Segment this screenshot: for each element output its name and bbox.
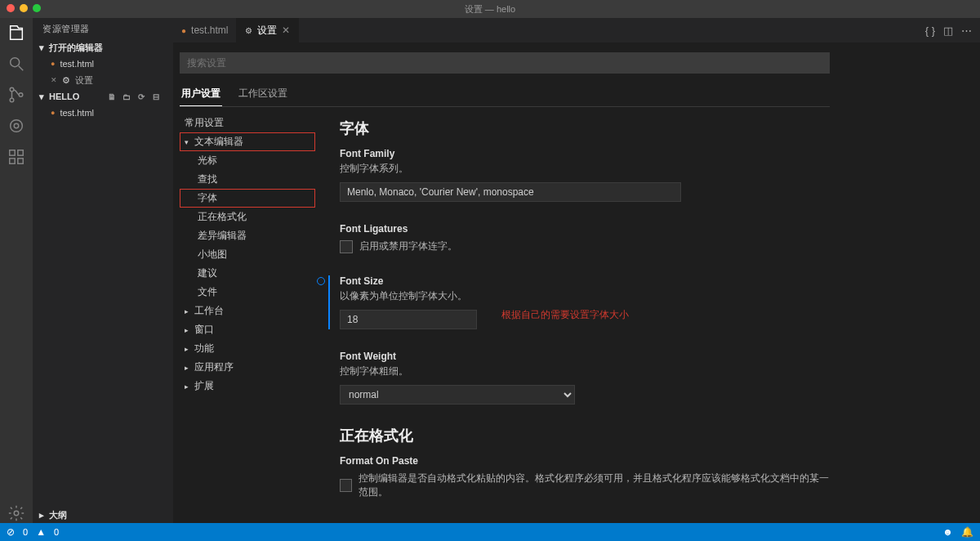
svg-point-5: [11, 120, 23, 132]
open-editor-item[interactable]: ✕⚙设置: [33, 72, 173, 88]
gear-icon: ⚙: [245, 26, 252, 35]
split-editor-icon[interactable]: ◫: [943, 25, 953, 37]
svg-rect-8: [18, 150, 23, 155]
status-feedback-icon[interactable]: ☻: [942, 526, 953, 538]
editor-tabs: ●test.html ⚙设置✕ { } ◫ ⋯: [173, 18, 980, 42]
window-title: 设置 — hello: [465, 3, 515, 16]
more-actions-icon[interactable]: ⋯: [961, 25, 972, 37]
traffic-lights: [7, 4, 41, 12]
setting-font-weight: Font Weight 控制字体粗细。 normal: [340, 351, 830, 405]
svg-rect-10: [18, 159, 23, 163]
scope-tab-user[interactable]: 用户设置: [180, 83, 222, 106]
font-size-input[interactable]: [340, 310, 477, 329]
debug-icon[interactable]: [7, 116, 26, 136]
search-icon[interactable]: [7, 54, 26, 74]
toc-item[interactable]: ▸功能: [180, 339, 315, 358]
close-icon: ✕: [51, 76, 57, 84]
toc-item[interactable]: 文件: [180, 283, 315, 302]
font-weight-select[interactable]: normal: [340, 385, 575, 405]
source-control-icon[interactable]: [7, 85, 26, 105]
setting-description: 启用或禁用字体连字。: [359, 239, 457, 253]
svg-rect-9: [10, 159, 15, 163]
traffic-close-icon[interactable]: [7, 4, 15, 12]
close-icon[interactable]: ✕: [282, 25, 290, 36]
refresh-icon[interactable]: ⟳: [136, 92, 147, 101]
setting-format-on-save: Format On Save: [340, 521, 830, 524]
status-errors-icon[interactable]: ⊘: [7, 526, 15, 538]
extensions-icon[interactable]: [7, 147, 26, 167]
setting-format-on-paste: Format On Paste 控制编辑器是否自动格式化粘贴的内容。格式化程序必…: [340, 455, 830, 500]
open-json-icon[interactable]: { }: [925, 25, 935, 37]
chevron-down-icon: ▾: [39, 92, 46, 102]
toc-item[interactable]: ▸扩展: [180, 377, 315, 396]
outline-section[interactable]: ▸大纲: [33, 507, 173, 523]
workspace-section[interactable]: ▾HELLO 🗎 🗀 ⟳ ⊟: [33, 88, 173, 105]
chevron-down-icon: ▾: [39, 42, 46, 53]
new-folder-icon[interactable]: 🗀: [121, 92, 132, 101]
traffic-minimize-icon[interactable]: [20, 4, 28, 12]
toc-item[interactable]: 光标: [180, 151, 315, 170]
tab-settings[interactable]: ⚙设置✕: [237, 18, 299, 42]
setting-description: 控制编辑器是否自动格式化粘贴的内容。格式化程序必须可用，并且格式化程序应该能够格…: [359, 472, 830, 500]
gear-icon: ⚙: [62, 75, 70, 86]
setting-description: 控制字体系列。: [340, 162, 830, 176]
font-family-input[interactable]: [340, 182, 681, 202]
chevron-right-icon: ▸: [39, 510, 46, 521]
toc-item[interactable]: 常用设置: [180, 114, 315, 132]
toc-item[interactable]: 查找: [180, 170, 315, 189]
file-item[interactable]: ●test.html: [33, 105, 173, 121]
explorer-sidebar: 资源管理器 ▾打开的编辑器 ●test.html ✕⚙设置 ▾HELLO 🗎 🗀…: [33, 18, 173, 523]
toc-item[interactable]: ▸应用程序: [180, 358, 315, 377]
status-errors-count[interactable]: 0: [23, 527, 28, 537]
explorer-title: 资源管理器: [33, 18, 173, 39]
toc-item[interactable]: ▸窗口: [180, 320, 315, 339]
group-title-font: 字体: [340, 118, 910, 138]
annotation-text: 根据自己的需要设置字体大小: [501, 308, 629, 322]
editor-area: ●test.html ⚙设置✕ { } ◫ ⋯ 用户设置 工作区设置 常用设置: [173, 18, 980, 523]
settings-search-input[interactable]: [180, 52, 830, 74]
window-titlebar: 设置 — hello: [0, 0, 980, 18]
setting-description: 控制字体粗细。: [340, 364, 830, 378]
scope-tab-workspace[interactable]: 工作区设置: [237, 83, 289, 106]
font-ligatures-checkbox[interactable]: [340, 240, 353, 253]
activity-bar: [0, 18, 33, 523]
toc-item[interactable]: 差异编辑器: [180, 226, 315, 245]
svg-point-0: [11, 58, 20, 67]
chevron-right-icon: ▸: [185, 345, 191, 353]
svg-line-1: [19, 66, 24, 71]
svg-point-4: [19, 93, 23, 97]
group-title-formatting: 正在格式化: [340, 426, 910, 445]
toc-item[interactable]: ▾文本编辑器: [180, 132, 315, 151]
settings-gear-icon[interactable]: [7, 503, 26, 523]
chevron-right-icon: ▸: [185, 382, 191, 391]
explorer-icon[interactable]: [7, 23, 26, 42]
svg-point-2: [10, 87, 14, 92]
new-file-icon[interactable]: 🗎: [106, 92, 118, 101]
traffic-zoom-icon[interactable]: [33, 4, 41, 12]
toc-item[interactable]: ▸工作台: [180, 302, 315, 320]
setting-label: Format On Paste: [340, 455, 830, 467]
settings-toc: 常用设置 ▾文本编辑器 光标 查找 字体 正在格式化 差异编辑器 小地图 建议 …: [173, 112, 315, 523]
svg-point-6: [14, 123, 19, 128]
setting-label: Font Family: [340, 148, 830, 159]
status-notification-icon[interactable]: 🔔: [961, 526, 973, 538]
file-dirty-icon: ●: [51, 60, 55, 68]
settings-list: 字体 Font Family 控制字体系列。 Font Ligatures 启用…: [315, 112, 910, 523]
setting-font-size: Font Size 以像素为单位控制字体大小。 根据自己的需要设置字体大小: [328, 275, 818, 329]
collapse-icon[interactable]: ⊟: [150, 92, 162, 101]
status-warnings-icon[interactable]: ▲: [36, 526, 46, 538]
tab-test-html[interactable]: ●test.html: [173, 18, 237, 42]
toc-item[interactable]: 正在格式化: [180, 208, 315, 226]
status-warnings-count[interactable]: 0: [54, 527, 59, 537]
svg-rect-7: [10, 150, 15, 155]
svg-point-3: [10, 98, 14, 102]
toc-item[interactable]: 字体: [180, 189, 315, 208]
status-bar: ⊘0 ▲0 ☻ 🔔: [0, 523, 980, 541]
open-editors-section[interactable]: ▾打开的编辑器: [33, 39, 173, 56]
format-on-paste-checkbox[interactable]: [340, 479, 352, 492]
toc-item[interactable]: 小地图: [180, 245, 315, 264]
setting-description: 以像素为单位控制字体大小。: [340, 289, 818, 303]
toc-item[interactable]: 建议: [180, 264, 315, 283]
chevron-down-icon: ▾: [185, 138, 191, 146]
open-editor-item[interactable]: ●test.html: [33, 56, 173, 72]
